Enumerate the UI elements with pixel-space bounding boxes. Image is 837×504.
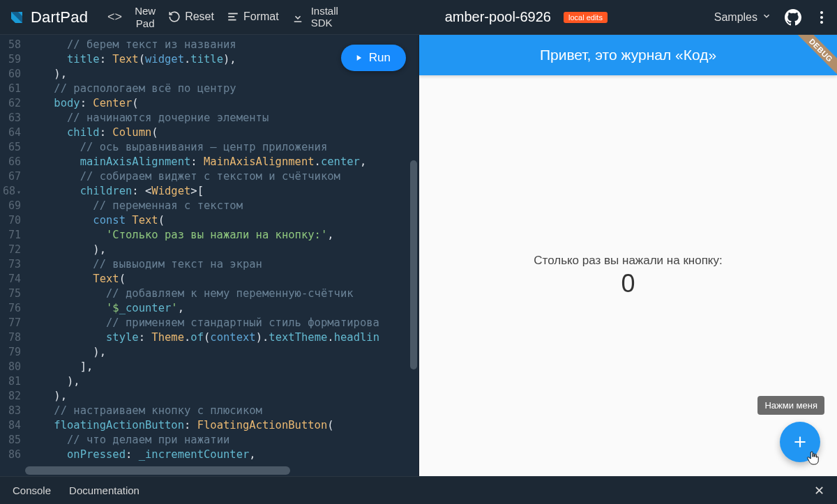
chevron-down-icon	[762, 11, 771, 24]
code-content[interactable]: // берем текст из названия title: Text(w…	[28, 35, 418, 464]
run-button[interactable]: Run	[341, 45, 406, 71]
floating-action-button[interactable]	[780, 422, 820, 462]
top-bar: DartPad <> New Pad Reset Format Install …	[0, 0, 837, 35]
format-icon	[227, 10, 239, 23]
reset-icon	[168, 10, 181, 23]
samples-dropdown[interactable]: Samples	[714, 11, 771, 24]
new-pad-button[interactable]: New Pad	[135, 5, 156, 29]
new-pad-label-2: Pad	[136, 17, 155, 29]
console-tab[interactable]: Console	[13, 484, 51, 496]
install-label-2: SDK	[311, 17, 338, 29]
run-label: Run	[369, 51, 391, 65]
preview-appbar: Привет, это журнал «Код»	[419, 35, 837, 75]
reset-button[interactable]: Reset	[168, 10, 214, 23]
github-icon[interactable]	[784, 8, 802, 26]
vertical-scrollbar[interactable]	[410, 35, 417, 476]
code-toggle-icon[interactable]: <>	[107, 10, 122, 24]
reset-label: Reset	[185, 10, 214, 23]
horizontal-scrollbar[interactable]	[25, 466, 407, 475]
fab-tooltip: Нажми меня	[757, 396, 824, 415]
new-pad-label-1: New	[135, 5, 156, 17]
dart-logo-icon	[8, 9, 25, 26]
main-area: 5859606162636465666768697071727374757677…	[0, 35, 837, 476]
format-label: Format	[243, 10, 279, 23]
documentation-tab[interactable]: Documentation	[69, 484, 140, 496]
samples-label: Samples	[714, 11, 757, 24]
install-label-1: Install	[311, 6, 338, 17]
bottom-bar: Console Documentation ✕	[0, 476, 837, 504]
code-editor[interactable]: 5859606162636465666768697071727374757677…	[0, 35, 418, 476]
format-button[interactable]: Format	[227, 10, 279, 23]
local-edits-badge: local edits	[564, 12, 608, 23]
download-icon	[292, 11, 304, 24]
install-sdk-button[interactable]: Install SDK	[292, 6, 338, 29]
more-menu-icon[interactable]	[815, 11, 829, 24]
project-name[interactable]: amber-pool-6926	[445, 9, 551, 25]
app-preview: Привет, это журнал «Код» DEBUG Столько р…	[418, 35, 837, 476]
counter-value: 0	[621, 269, 635, 298]
preview-body: Столько раз вы нажали на кнопку: 0	[419, 75, 837, 476]
counter-label: Столько раз вы нажали на кнопку:	[534, 254, 722, 268]
brand-name: DartPad	[31, 8, 88, 26]
appbar-title: Привет, это журнал «Код»	[540, 47, 716, 63]
logo: DartPad	[8, 8, 88, 26]
close-icon[interactable]: ✕	[814, 483, 824, 498]
line-gutter: 5859606162636465666768697071727374757677…	[0, 35, 25, 476]
